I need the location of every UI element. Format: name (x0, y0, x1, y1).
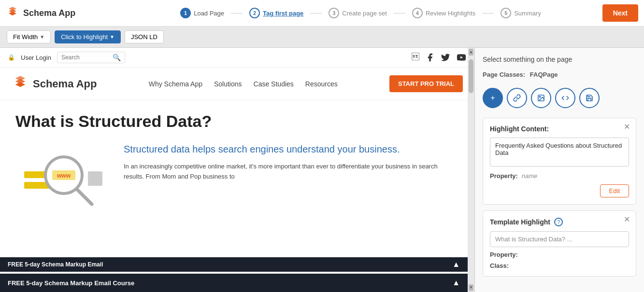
toolbar: Fit Width ▼ Click to Highlight ▼ JSON LD (0, 27, 644, 48)
nav-why-schema[interactable]: Why Schema App (149, 80, 202, 88)
step-5-num: 5 (501, 8, 511, 18)
nav-solutions[interactable]: Solutions (214, 80, 242, 88)
search-input[interactable] (61, 54, 110, 61)
template-highlight-title-text: Template Highlight (490, 218, 550, 226)
step-summary[interactable]: 5 Summary (494, 8, 548, 18)
class-row: Class: (490, 262, 629, 269)
property-row: Property: name (490, 172, 629, 180)
logo-text: Schema App (23, 8, 75, 18)
facebook-icon[interactable]:  (412, 53, 419, 62)
topbar: Schema App 1 Load Page 2 Tag first page … (0, 0, 644, 27)
site-topbar: 🔒 User Login 🔍  (0, 48, 474, 68)
main-area: 🔒 User Login 🔍  (0, 48, 644, 292)
template-highlight-input[interactable]: What is Structured Data? ... (490, 231, 629, 247)
step-create-page-set[interactable]: 3 Create page set (322, 8, 394, 18)
preview-scroll[interactable]: 🔒 User Login 🔍  (0, 48, 474, 292)
fit-width-button[interactable]: Fit Width ▼ (7, 30, 51, 43)
edit-button[interactable]: Edit (600, 184, 629, 197)
email-course-chevron[interactable]: ▲ (452, 278, 460, 287)
image-button[interactable] (531, 88, 551, 108)
step-2-label: Tag first page (263, 10, 303, 17)
twitter-icon[interactable] (441, 53, 450, 62)
step-divider-3 (394, 13, 405, 14)
nav-case-studies[interactable]: Case Studies (254, 80, 294, 88)
youtube-icon[interactable] (456, 53, 467, 62)
property-label: Property: (490, 172, 518, 180)
json-ld-label: JSON LD (131, 33, 157, 41)
step-2-num: 2 (249, 8, 260, 18)
step-5-label: Summary (514, 10, 541, 17)
svg-line-7 (77, 190, 92, 204)
step-divider-2 (310, 13, 322, 14)
svg-rect-3 (88, 171, 102, 186)
schema-app-logo-icon (6, 5, 19, 21)
nav-resources[interactable]: Resources (305, 80, 338, 88)
email-course-bar: FREE 5-day Schema Markup Email Course ▲ (0, 274, 468, 292)
click-to-highlight-button[interactable]: Click to Highlight ▼ (55, 30, 121, 43)
template-highlight-card: Template Highlight ? ✕ What is Structure… (483, 210, 636, 277)
template-highlight-help-icon[interactable]: ? (554, 218, 563, 226)
page-classes-value: FAQPage (530, 71, 558, 78)
www-illustration: www (20, 147, 107, 215)
code-button[interactable] (555, 88, 575, 108)
next-button[interactable]: Next (602, 4, 638, 22)
banner-up-arrow[interactable]: ▲ (452, 260, 460, 269)
social-icons:  (412, 53, 467, 62)
page-classes-label: Page Classes: (483, 71, 525, 78)
preview-scrollbar[interactable]: ▲ ▼ (468, 48, 474, 292)
content-section: www Structured data helps search engines… (15, 142, 459, 220)
site-logo-icon (12, 73, 29, 94)
highlight-content-close[interactable]: ✕ (624, 123, 630, 131)
pro-trial-button[interactable]: START PRO TRIAL (389, 75, 463, 92)
step-4-num: 4 (412, 8, 423, 18)
nav-links: Why Schema App Solutions Case Studies Re… (149, 80, 338, 88)
content-tagline: Structured data helps search engines und… (124, 142, 459, 156)
site-logo-text: Schema App (33, 78, 97, 90)
fit-width-caret: ▼ (40, 34, 44, 40)
steps-nav: 1 Load Page 2 Tag first page 3 Create pa… (83, 8, 638, 18)
click-to-highlight-label: Click to Highlight (61, 33, 108, 41)
site-topbar-left: 🔒 User Login 🔍 (8, 52, 125, 63)
step-load-page[interactable]: 1 Load Page (173, 8, 231, 18)
search-icon: 🔍 (113, 54, 121, 61)
banner-collapsed: FREE 5-day Schema Markup Email ▲ (0, 257, 468, 272)
step-tag-first-page[interactable]: 2 Tag first page (243, 8, 310, 18)
scroll-down-arrow[interactable]: ▼ (469, 284, 473, 291)
facebook-icon[interactable] (425, 53, 435, 62)
step-review-highlights[interactable]: 4 Review Highlights (405, 8, 482, 18)
property-value: name (522, 172, 538, 180)
step-3-label: Create page set (342, 10, 387, 17)
json-ld-button[interactable]: JSON LD (125, 30, 164, 43)
page-classes: Page Classes: FAQPage (483, 71, 636, 78)
add-property-button[interactable]: + (483, 88, 503, 108)
svg-point-9 (540, 97, 541, 97)
content-text: Structured data helps search engines und… (124, 142, 459, 182)
www-graphic: www (15, 142, 112, 220)
scroll-thumb[interactable] (469, 59, 473, 93)
banner-collapsed-text: FREE 5-day Schema Markup Email (8, 261, 103, 268)
page-title: What is Structured Data? (15, 112, 459, 131)
page-preview: 🔒 User Login 🔍  (0, 48, 475, 292)
template-class-label: Class: (490, 262, 509, 269)
fit-width-label: Fit Width (13, 33, 38, 41)
site-logo: Schema App (12, 73, 97, 94)
step-3-num: 3 (329, 8, 339, 18)
search-bar[interactable]: 🔍 (57, 52, 125, 63)
select-hint: Select something on the page (483, 56, 636, 63)
logo-area: Schema App (6, 5, 83, 21)
template-property-label: Property: (490, 251, 518, 258)
step-4-label: Review Highlights (426, 10, 475, 17)
step-divider-4 (482, 13, 494, 14)
site-nav: Schema App Why Schema App Solutions Case… (0, 68, 474, 100)
template-highlight-close[interactable]: ✕ (624, 216, 630, 223)
save-button[interactable] (579, 88, 600, 108)
svg-text:www: www (57, 172, 71, 179)
step-1-num: 1 (180, 8, 191, 18)
icon-row: + (483, 88, 636, 108)
highlight-content-title: Highlight Content: (490, 125, 629, 133)
content-body: In an increasingly competitive online ma… (124, 162, 459, 182)
scroll-up-arrow[interactable]: ▲ (469, 49, 473, 56)
lock-icon: 🔒 (8, 54, 15, 61)
template-highlight-header: Template Highlight ? (490, 218, 629, 226)
link-button[interactable] (507, 88, 527, 108)
